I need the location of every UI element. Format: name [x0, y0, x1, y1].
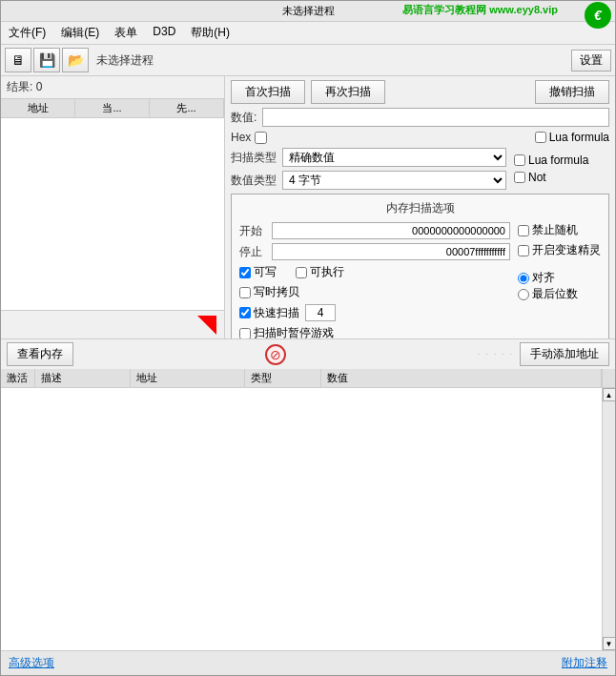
- memory-scan-box: 内存扫描选项 开始 停止: [231, 194, 609, 338]
- executable-label: 可执行: [296, 264, 344, 280]
- value-type-label: 数值类型: [231, 173, 277, 189]
- results-label: 结果: 0: [1, 76, 224, 99]
- align-radio-label: 对齐: [518, 270, 601, 286]
- mem-stop-input[interactable]: [272, 243, 510, 260]
- executable-text: 可执行: [310, 264, 344, 280]
- scroll-down-arrow[interactable]: ▼: [603, 637, 616, 650]
- left-panel: 结果: 0 地址 当... 先...: [1, 76, 225, 338]
- open-wizard-text: 开启变速精灵: [532, 242, 601, 258]
- copy-on-write-row: 写时拷贝: [239, 284, 510, 300]
- value-label: 数值:: [231, 110, 257, 126]
- toolbar-save2-btn[interactable]: 📂: [62, 48, 89, 72]
- col-header-activate: 激活: [1, 369, 35, 387]
- next-scan-button[interactable]: 再次扫描: [311, 80, 385, 104]
- disable-random-label: 禁止随机: [518, 222, 601, 238]
- scan-buttons: 首次扫描 再次扫描 撤销扫描: [231, 80, 609, 104]
- first-scan-button[interactable]: 首次扫描: [231, 80, 305, 104]
- add-comment-link[interactable]: 附加注释: [562, 655, 607, 671]
- window-title: 未选择进程: [282, 4, 335, 18]
- not-text: Not: [528, 171, 546, 184]
- pause-game-row: 扫描时暂停游戏: [239, 325, 601, 338]
- last-bit-text: 最后位数: [532, 286, 578, 302]
- main-area: 结果: 0 地址 当... 先... 首次扫描 再次扫描 撤销扫描: [1, 76, 615, 338]
- lua-formula-checkbox[interactable]: [535, 132, 546, 143]
- address-table-body-wrapper: ▲ ▼: [1, 388, 615, 650]
- not-checkbox[interactable]: [514, 172, 525, 183]
- mem-start-label: 开始: [239, 223, 266, 239]
- cancel-scan-button[interactable]: 撤销扫描: [535, 80, 609, 104]
- executable-checkbox[interactable]: [296, 267, 307, 278]
- memory-scan-title: 内存扫描选项: [239, 200, 601, 216]
- value-row: 数值:: [231, 108, 609, 127]
- scan-type-field-row: 扫描类型 精确数值 比上次增加 比上次减少 已改变的值 未改变的值: [231, 148, 506, 167]
- last-bit-radio[interactable]: [518, 289, 529, 300]
- addr-list: [1, 118, 224, 310]
- menu-help[interactable]: 帮助(H): [187, 24, 234, 42]
- divider-dots: · · · · ·: [478, 350, 514, 358]
- menu-d3d[interactable]: D3D: [149, 24, 179, 42]
- toolbar-save1-btn[interactable]: 💾: [33, 48, 60, 72]
- open-wizard-label: 开启变速精灵: [518, 242, 601, 258]
- align-radio[interactable]: [518, 273, 529, 284]
- value-input[interactable]: [262, 108, 609, 127]
- mem-stop-label: 停止: [239, 244, 266, 260]
- address-table-body[interactable]: [1, 388, 602, 650]
- pause-game-checkbox[interactable]: [239, 328, 251, 339]
- pause-game-text: 扫描时暂停游戏: [254, 325, 334, 338]
- lua-formula-right-text: Lua formula: [528, 154, 588, 167]
- settings-button[interactable]: 设置: [571, 50, 611, 72]
- menu-file[interactable]: 文件(F): [5, 24, 50, 42]
- mem-checkboxes: 可写 可执行: [239, 264, 510, 280]
- align-options: 对齐 最后位数: [518, 270, 601, 302]
- right-checkboxes: Lua formula Not: [514, 154, 609, 184]
- logo-icon: €: [585, 2, 611, 29]
- mem-stop-row: 停止: [239, 243, 510, 260]
- not-label: Not: [514, 171, 609, 184]
- scrollbar-right: ▲ ▼: [602, 388, 615, 650]
- disable-random-text: 禁止随机: [532, 222, 578, 238]
- lua-formula-checkbox-label: Lua formula: [535, 131, 609, 144]
- addr-header: 地址 当... 先...: [1, 99, 224, 118]
- lua-formula-label: Lua formula: [549, 131, 609, 144]
- copy-on-write-label: 写时拷贝: [239, 284, 510, 300]
- cancel-icon-area: ⊘: [79, 342, 472, 367]
- add-address-button[interactable]: 手动添加地址: [520, 342, 609, 366]
- col-header-desc: 描述: [35, 369, 131, 387]
- red-arrow-icon: [197, 316, 216, 335]
- menu-edit[interactable]: 编辑(E): [57, 24, 103, 42]
- col-header-value: 数值: [321, 369, 602, 387]
- align-text: 对齐: [532, 270, 555, 286]
- lua-formula-right-label: Lua formula: [514, 154, 609, 167]
- scan-type-select[interactable]: 精确数值 比上次增加 比上次减少 已改变的值 未改变的值: [282, 148, 506, 167]
- value-type-select[interactable]: 4 字节 2 字节 1 字节 8 字节 浮点数 双精度 文字: [282, 171, 506, 190]
- footer-bar: 高级选项 附加注释: [1, 650, 615, 675]
- copy-on-write-text: 写时拷贝: [254, 284, 299, 300]
- toolbar-monitor-btn[interactable]: 🖥: [5, 48, 31, 72]
- copy-on-write-checkbox[interactable]: [239, 287, 251, 298]
- fast-scan-label: 快速扫描: [239, 305, 299, 321]
- disable-random-checkbox[interactable]: [518, 225, 529, 236]
- memory-scan-content: 开始 停止 可写: [239, 222, 601, 325]
- bottom-bar: 查看内存 ⊘ · · · · · 手动添加地址: [1, 338, 615, 369]
- hex-checkbox[interactable]: [255, 132, 267, 144]
- col-header-type: 类型: [245, 369, 321, 387]
- open-wizard-checkbox[interactable]: [518, 245, 529, 256]
- menu-form[interactable]: 表单: [111, 24, 141, 42]
- writable-checkbox[interactable]: [239, 267, 251, 278]
- lua-formula-right-checkbox[interactable]: [514, 154, 525, 166]
- cancel-circle-button[interactable]: ⊘: [263, 342, 288, 367]
- title-bar: 未选择进程 易语言学习教程网 www.eyy8.vip €: [1, 1, 615, 22]
- value-type-field-row: 数值类型 4 字节 2 字节 1 字节 8 字节 浮点数 双精度 文字: [231, 171, 506, 190]
- hex-row: Hex Lua formula: [231, 131, 609, 144]
- view-memory-button[interactable]: 查看内存: [7, 342, 73, 366]
- mem-start-input[interactable]: [272, 222, 510, 239]
- fast-scan-input[interactable]: [305, 304, 336, 321]
- last-bit-radio-label: 最后位数: [518, 286, 601, 302]
- advanced-options-link[interactable]: 高级选项: [9, 655, 54, 671]
- watermark: 易语言学习教程网 www.eyy8.vip: [402, 3, 558, 17]
- col-header-addr: 地址: [131, 369, 245, 387]
- scroll-up-arrow[interactable]: ▲: [603, 388, 616, 401]
- right-panel: 首次扫描 再次扫描 撤销扫描 数值: Hex Lua formula: [225, 76, 615, 338]
- fast-scan-checkbox[interactable]: [239, 307, 251, 318]
- address-table-header: 激活 描述 地址 类型 数值: [1, 369, 615, 388]
